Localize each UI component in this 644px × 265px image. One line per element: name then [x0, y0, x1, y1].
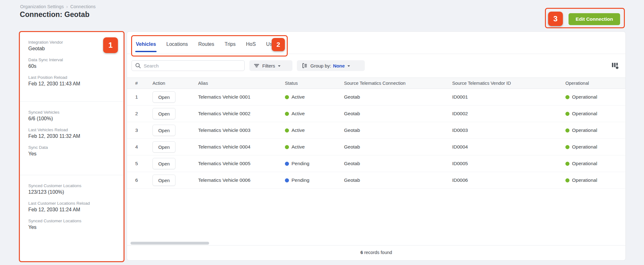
filters-button[interactable]: Filters — [249, 60, 292, 71]
breadcrumb-separator-icon: › — [66, 4, 68, 9]
detail-field-value: Geotab — [28, 46, 115, 51]
detail-field-label: Synced Customer Locations — [28, 219, 115, 223]
column-header-0[interactable]: # — [127, 81, 153, 86]
vendor-id-cell: ID0006 — [452, 177, 565, 183]
detail-field: Synced Customer LocationsYes — [28, 219, 115, 230]
status-text: Active — [291, 127, 305, 133]
row-index: 4 — [127, 144, 153, 150]
detail-field: Last Vehicles ReloadFeb 12, 2030 11:32 A… — [28, 127, 115, 139]
table-row: 2OpenTelematics Vehicle 0002ActiveGeotab… — [127, 105, 625, 122]
open-button[interactable]: Open — [153, 108, 175, 119]
search-icon — [135, 62, 141, 69]
columns-gear-icon — [611, 62, 619, 70]
filters-label: Filters — [262, 63, 275, 68]
status-text: Pending — [291, 177, 309, 183]
detail-field-value: Yes — [28, 151, 115, 157]
detail-field-value: Feb 12, 2030 11:24 AM — [28, 207, 115, 213]
detail-field-value: Feb 12, 2030 11:43 AM — [28, 81, 115, 87]
tab-strip-divider — [127, 54, 625, 54]
table-row: 3OpenTelematics Vehicle 0003ActiveGeotab… — [127, 122, 625, 139]
records-found-text: records found — [364, 250, 392, 255]
search-input[interactable] — [131, 60, 245, 71]
action-cell: Open — [153, 141, 198, 153]
source-connection-cell: Geotab — [344, 177, 452, 183]
action-cell: Open — [153, 175, 198, 186]
open-button[interactable]: Open — [153, 175, 175, 186]
open-button[interactable]: Open — [153, 91, 175, 103]
connection-page: { "page": { "breadcrumb": [ { "label": "… — [0, 0, 644, 265]
table-row: 5OpenTelematics Vehicle 0005PendingGeota… — [127, 155, 625, 172]
tab-users[interactable]: Users — [265, 40, 280, 52]
column-header-3[interactable]: Status — [285, 81, 344, 86]
open-button[interactable]: Open — [153, 141, 175, 153]
panel-section-1: Integration VendorGeotabData Sync Interv… — [20, 32, 123, 102]
column-settings-button[interactable] — [611, 62, 619, 70]
connection-details-panel: Integration VendorGeotabData Sync Interv… — [20, 31, 124, 261]
group-by-button[interactable]: Group by: None — [297, 60, 365, 71]
column-header-4[interactable]: Source Telematics Connection — [344, 81, 452, 86]
operational-text: Operational — [572, 161, 597, 166]
detail-field-label: Last Position Reload — [28, 75, 115, 80]
source-connection-cell: Geotab — [344, 94, 452, 100]
breadcrumb-link-connections[interactable]: Connections — [70, 4, 96, 9]
operational-cell: Operational — [565, 94, 625, 100]
open-button[interactable]: Open — [153, 158, 175, 169]
panel-section-3: Synced Customer Locations123/123 (100%)L… — [20, 175, 123, 237]
detail-field: Integration VendorGeotab — [28, 40, 115, 51]
alias-cell: Telematics Vehicle 0003 — [198, 127, 285, 133]
tab-vehicles[interactable]: Vehicles — [135, 40, 157, 52]
detail-field-label: Data Sync Interval — [28, 57, 115, 62]
operational-cell: Operational — [565, 161, 625, 166]
action-cell: Open — [153, 108, 198, 119]
tab-bar: VehiclesLocationsRoutesTripsHoSUsers — [135, 40, 280, 52]
operational-text: Operational — [572, 127, 597, 133]
operational-text: Operational — [572, 177, 597, 183]
search-box — [131, 60, 245, 71]
alias-cell: Telematics Vehicle 0002 — [198, 111, 285, 116]
detail-field-value: 123/123 (100%) — [28, 189, 115, 195]
group-by-label: Group by: — [310, 63, 331, 68]
vendor-id-cell: ID0002 — [452, 111, 565, 116]
detail-field-value: 60s — [28, 63, 115, 69]
operational-cell: Operational — [565, 127, 625, 133]
annotation-badge-3: 3 — [548, 12, 563, 26]
detail-field-label: Sync Data — [28, 145, 115, 150]
detail-field-label: Last Vehicles Reload — [28, 127, 115, 132]
page-title: Connection: Geotab — [20, 10, 90, 19]
detail-field: Synced Vehicles6/6 (100%) — [28, 110, 115, 122]
operational-text: Operational — [572, 94, 597, 100]
detail-field-label: Last Customer Locations Reload — [28, 201, 115, 206]
filter-icon — [254, 63, 259, 68]
row-index: 6 — [127, 177, 153, 183]
status-dot — [285, 128, 289, 132]
edit-connection-button[interactable]: Edit Connection — [569, 13, 620, 25]
detail-field: Last Customer Locations ReloadFeb 12, 20… — [28, 201, 115, 213]
tab-trips[interactable]: Trips — [224, 40, 236, 52]
detail-field: Data Sync Interval60s — [28, 57, 115, 69]
group-by-value: None — [333, 63, 345, 68]
column-header-6[interactable]: Operational — [565, 81, 625, 86]
tab-locations[interactable]: Locations — [166, 40, 189, 52]
breadcrumb-link-organization-settings[interactable]: Organization Settings — [20, 4, 64, 9]
operational-dot — [565, 112, 569, 116]
status-cell: Active — [285, 127, 344, 133]
table-header: #ActionAliasStatusSource Telematics Conn… — [127, 78, 625, 89]
action-cell: Open — [153, 91, 198, 103]
source-connection-cell: Geotab — [344, 161, 452, 166]
detail-field-label: Synced Vehicles — [28, 110, 115, 115]
open-button[interactable]: Open — [153, 125, 175, 136]
tab-routes[interactable]: Routes — [198, 40, 215, 52]
table-row: 6OpenTelematics Vehicle 0006PendingGeota… — [127, 172, 625, 189]
horizontal-scrollbar-thumb[interactable] — [130, 242, 209, 245]
vendor-id-cell: ID0005 — [452, 161, 565, 166]
column-header-2[interactable]: Alias — [198, 81, 285, 86]
column-header-5[interactable]: Source Telematics Vendor ID — [452, 81, 565, 86]
tab-hos[interactable]: HoS — [245, 40, 256, 52]
column-header-1[interactable]: Action — [153, 81, 198, 86]
status-text: Active — [291, 144, 305, 150]
breadcrumb: Organization Settings › Connections — [20, 4, 96, 9]
status-dot — [285, 145, 289, 149]
row-index: 3 — [127, 127, 153, 133]
status-dot — [285, 112, 289, 116]
status-cell: Pending — [285, 177, 344, 183]
